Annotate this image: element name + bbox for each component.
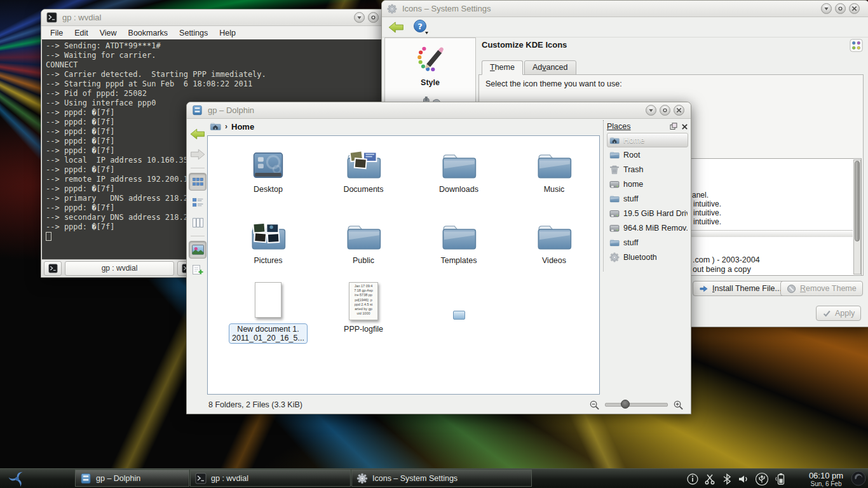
apply-button[interactable]: Apply xyxy=(816,306,861,321)
float-panel-icon[interactable] xyxy=(670,123,677,130)
new-tab-button[interactable] xyxy=(44,261,62,276)
zoom-slider-handle[interactable] xyxy=(621,400,630,409)
battery-tray-icon[interactable] xyxy=(774,472,787,486)
file-label: Videos xyxy=(539,255,569,266)
remove-theme-button[interactable]: Remove Theme xyxy=(780,281,863,296)
usb-tray-icon[interactable] xyxy=(755,472,769,486)
file-item-templates[interactable]: Templates xyxy=(411,211,506,282)
place-home[interactable]: Home xyxy=(607,133,688,147)
details-view-button[interactable] xyxy=(189,193,207,211)
drive-icon xyxy=(609,208,620,219)
home-folder-icon[interactable] xyxy=(210,121,221,132)
back-button[interactable] xyxy=(189,125,207,143)
tab-advanced[interactable]: Advanced xyxy=(524,60,576,75)
folder-view[interactable]: DesktopDocumentsDownloadsMusicPicturesPu… xyxy=(207,135,600,395)
theme-list-fragment: anel. xyxy=(692,191,709,200)
place-trash[interactable]: Trash xyxy=(607,162,688,177)
klipper-tray-icon[interactable] xyxy=(704,473,717,485)
file-icon: Jan 17 09:47:18 gp-Aspire-5738 pppd[1946… xyxy=(349,282,378,320)
maximize-button[interactable] xyxy=(660,105,670,116)
menu-settings[interactable]: Settings xyxy=(179,29,208,37)
menu-bookmarks[interactable]: Bookmarks xyxy=(128,29,168,37)
place-label: home xyxy=(623,180,643,189)
zoom-out-icon[interactable] xyxy=(589,400,600,410)
close-panel-icon[interactable] xyxy=(681,123,688,130)
file-item-desktop[interactable]: Desktop xyxy=(220,140,316,211)
help-button[interactable]: ? xyxy=(412,19,430,36)
file-item-pictures[interactable]: Pictures xyxy=(220,211,316,282)
split-view-button[interactable] xyxy=(189,261,207,279)
overview-icon[interactable] xyxy=(850,39,863,55)
menu-file[interactable]: File xyxy=(50,29,63,37)
system-settings-toolbar: ? xyxy=(382,17,868,37)
scrollbar-thumb[interactable] xyxy=(855,161,860,241)
preview-button[interactable] xyxy=(189,241,207,259)
file-label: Templates xyxy=(438,255,480,266)
place-964-8-mib-remov-[interactable]: 964.8 MiB Remov... xyxy=(607,220,688,235)
breadcrumb-location[interactable]: Home xyxy=(231,122,254,132)
tab-theme[interactable]: Theme xyxy=(482,60,523,75)
install-theme-file-button[interactable]: Install Theme File... xyxy=(693,281,788,296)
close-button[interactable] xyxy=(849,3,860,14)
taskbar-task-gp-wvdial[interactable]: gp : wvdial xyxy=(190,470,351,487)
place-home[interactable]: home xyxy=(607,177,688,191)
task-label: gp : wvdial xyxy=(211,474,248,483)
terminal-menubar: FileEditViewBookmarksSettingsHelp xyxy=(41,26,396,40)
place-stuff[interactable]: stuff xyxy=(607,191,688,206)
desktop-icon xyxy=(250,140,286,180)
homefolder-icon xyxy=(609,135,620,146)
zoom-slider[interactable] xyxy=(605,403,668,407)
bluetooth-tray-icon[interactable] xyxy=(722,473,732,485)
place-label: 19.5 GiB Hard Drive xyxy=(623,209,688,218)
file-item-music[interactable]: Music xyxy=(506,140,600,211)
menu-edit[interactable]: Edit xyxy=(74,29,88,37)
dolphin-titlebar[interactable]: gp – Dolphin xyxy=(187,102,691,119)
file-item-new-document[interactable]: New document 1.2011_01_20_16_5... xyxy=(220,282,316,353)
close-button[interactable] xyxy=(674,105,684,116)
theme-list-fragment: intuitive. xyxy=(693,200,721,208)
place-label: Root xyxy=(623,151,640,159)
remove-icon xyxy=(787,284,796,294)
columns-view-button[interactable] xyxy=(189,214,207,231)
drive-icon xyxy=(609,179,620,189)
minimize-button[interactable] xyxy=(821,3,832,14)
app-launcher-icon[interactable] xyxy=(8,470,27,488)
clock[interactable]: 06:10 pm Sun, 6 Feb xyxy=(802,470,850,487)
place-19-5-gib-hard-drive[interactable]: 19.5 GiB Hard Drive xyxy=(607,206,688,220)
menu-help[interactable]: Help xyxy=(219,29,236,37)
terminal-tab-label: gp : wvdial xyxy=(102,264,138,273)
back-button[interactable] xyxy=(388,20,405,34)
volume-tray-icon[interactable] xyxy=(737,473,750,485)
file-label: Downloads xyxy=(436,184,482,195)
panel-toolbox-icon[interactable] xyxy=(850,470,867,488)
file-label: Pictures xyxy=(250,255,285,266)
place-root[interactable]: Root xyxy=(607,147,688,162)
folder16-icon xyxy=(609,238,620,247)
file-item-documents[interactable]: Documents xyxy=(316,140,411,211)
minimize-button[interactable] xyxy=(646,105,656,116)
menu-view[interactable]: View xyxy=(100,29,117,37)
zoom-in-icon[interactable] xyxy=(673,400,684,410)
stray-thumbnail-icon xyxy=(453,311,465,320)
system-settings-titlebar[interactable]: Icons – System Settings xyxy=(382,1,868,17)
taskbar-task-gp-dolphin[interactable]: gp – Dolphin xyxy=(75,470,189,487)
place-bluetooth[interactable]: Bluetooth xyxy=(607,250,688,264)
file-item-downloads[interactable]: Downloads xyxy=(411,140,506,211)
terminal-tab[interactable]: gp : wvdial xyxy=(65,261,174,276)
place-stuff[interactable]: stuff xyxy=(607,235,688,250)
theme-list-scrollbar[interactable] xyxy=(853,159,861,274)
minimize-button[interactable] xyxy=(354,12,365,23)
file-item-ppp-logfile[interactable]: Jan 17 09:47:18 gp-Aspire-5738 pppd[1946… xyxy=(316,282,411,353)
geartask-icon xyxy=(356,473,368,484)
folder16-icon xyxy=(609,194,620,203)
maximize-button[interactable] xyxy=(368,12,379,23)
icons-view-button[interactable] xyxy=(189,173,207,191)
terminal-titlebar[interactable]: gp : wvdial xyxy=(41,10,396,26)
info-tray-icon[interactable] xyxy=(686,473,699,485)
sidebar-item-style[interactable]: Style xyxy=(385,38,475,87)
file-item-videos[interactable]: Videos xyxy=(506,211,600,282)
maximize-button[interactable] xyxy=(835,3,846,14)
file-item-public[interactable]: Public xyxy=(316,211,411,282)
taskbar-task-icons-system-settings[interactable]: Icons – System Settings xyxy=(351,470,532,487)
forward-button[interactable] xyxy=(189,146,207,163)
